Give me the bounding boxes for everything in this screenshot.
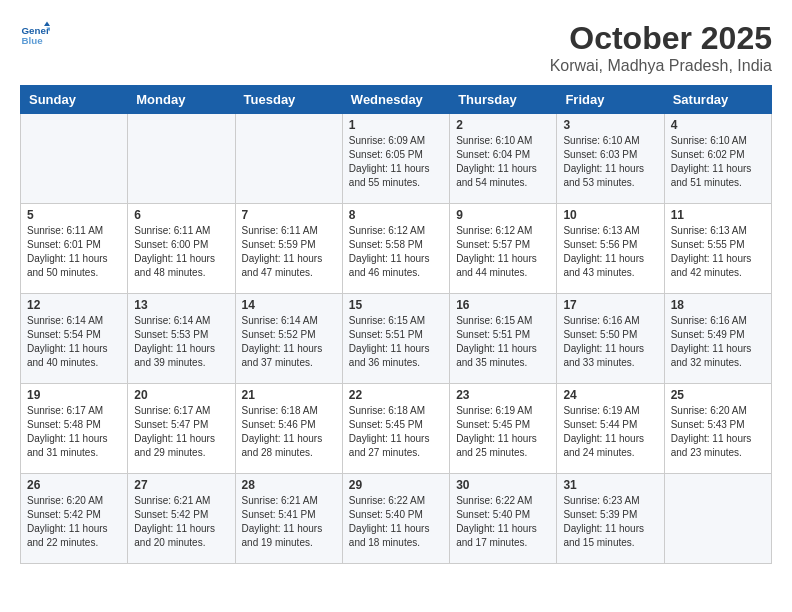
day-info: Sunrise: 6:12 AM Sunset: 5:57 PM Dayligh… xyxy=(456,224,550,280)
svg-marker-2 xyxy=(44,22,50,27)
day-cell: 27Sunrise: 6:21 AM Sunset: 5:42 PM Dayli… xyxy=(128,474,235,564)
day-number: 3 xyxy=(563,118,657,132)
day-info: Sunrise: 6:10 AM Sunset: 6:02 PM Dayligh… xyxy=(671,134,765,190)
day-info: Sunrise: 6:11 AM Sunset: 6:00 PM Dayligh… xyxy=(134,224,228,280)
day-cell xyxy=(21,114,128,204)
day-cell xyxy=(235,114,342,204)
day-info: Sunrise: 6:18 AM Sunset: 5:46 PM Dayligh… xyxy=(242,404,336,460)
header-cell-friday: Friday xyxy=(557,86,664,114)
day-number: 24 xyxy=(563,388,657,402)
day-cell: 1Sunrise: 6:09 AM Sunset: 6:05 PM Daylig… xyxy=(342,114,449,204)
header: General Blue General Blue October 2025 K… xyxy=(20,20,772,75)
day-info: Sunrise: 6:19 AM Sunset: 5:45 PM Dayligh… xyxy=(456,404,550,460)
day-number: 9 xyxy=(456,208,550,222)
day-number: 28 xyxy=(242,478,336,492)
day-cell: 11Sunrise: 6:13 AM Sunset: 5:55 PM Dayli… xyxy=(664,204,771,294)
header-cell-tuesday: Tuesday xyxy=(235,86,342,114)
day-number: 21 xyxy=(242,388,336,402)
day-cell: 20Sunrise: 6:17 AM Sunset: 5:47 PM Dayli… xyxy=(128,384,235,474)
day-number: 15 xyxy=(349,298,443,312)
day-number: 4 xyxy=(671,118,765,132)
day-info: Sunrise: 6:16 AM Sunset: 5:50 PM Dayligh… xyxy=(563,314,657,370)
day-number: 22 xyxy=(349,388,443,402)
day-info: Sunrise: 6:12 AM Sunset: 5:58 PM Dayligh… xyxy=(349,224,443,280)
day-number: 23 xyxy=(456,388,550,402)
day-cell: 15Sunrise: 6:15 AM Sunset: 5:51 PM Dayli… xyxy=(342,294,449,384)
week-row-2: 5Sunrise: 6:11 AM Sunset: 6:01 PM Daylig… xyxy=(21,204,772,294)
svg-text:Blue: Blue xyxy=(22,35,44,46)
day-info: Sunrise: 6:15 AM Sunset: 5:51 PM Dayligh… xyxy=(456,314,550,370)
day-info: Sunrise: 6:17 AM Sunset: 5:47 PM Dayligh… xyxy=(134,404,228,460)
day-number: 19 xyxy=(27,388,121,402)
day-info: Sunrise: 6:16 AM Sunset: 5:49 PM Dayligh… xyxy=(671,314,765,370)
header-cell-wednesday: Wednesday xyxy=(342,86,449,114)
day-info: Sunrise: 6:21 AM Sunset: 5:41 PM Dayligh… xyxy=(242,494,336,550)
day-number: 12 xyxy=(27,298,121,312)
day-number: 1 xyxy=(349,118,443,132)
day-info: Sunrise: 6:22 AM Sunset: 5:40 PM Dayligh… xyxy=(456,494,550,550)
day-cell xyxy=(128,114,235,204)
day-number: 30 xyxy=(456,478,550,492)
week-row-1: 1Sunrise: 6:09 AM Sunset: 6:05 PM Daylig… xyxy=(21,114,772,204)
day-number: 2 xyxy=(456,118,550,132)
calendar-table: SundayMondayTuesdayWednesdayThursdayFrid… xyxy=(20,85,772,564)
day-info: Sunrise: 6:17 AM Sunset: 5:48 PM Dayligh… xyxy=(27,404,121,460)
header-cell-sunday: Sunday xyxy=(21,86,128,114)
day-cell: 6Sunrise: 6:11 AM Sunset: 6:00 PM Daylig… xyxy=(128,204,235,294)
day-cell: 2Sunrise: 6:10 AM Sunset: 6:04 PM Daylig… xyxy=(450,114,557,204)
day-cell: 4Sunrise: 6:10 AM Sunset: 6:02 PM Daylig… xyxy=(664,114,771,204)
day-info: Sunrise: 6:19 AM Sunset: 5:44 PM Dayligh… xyxy=(563,404,657,460)
day-info: Sunrise: 6:13 AM Sunset: 5:56 PM Dayligh… xyxy=(563,224,657,280)
day-info: Sunrise: 6:23 AM Sunset: 5:39 PM Dayligh… xyxy=(563,494,657,550)
calendar-title: October 2025 xyxy=(550,20,772,57)
svg-text:General: General xyxy=(22,25,51,36)
logo-icon: General Blue xyxy=(20,20,50,50)
day-cell: 30Sunrise: 6:22 AM Sunset: 5:40 PM Dayli… xyxy=(450,474,557,564)
day-number: 11 xyxy=(671,208,765,222)
day-number: 10 xyxy=(563,208,657,222)
logo: General Blue General Blue xyxy=(20,20,50,50)
day-cell: 26Sunrise: 6:20 AM Sunset: 5:42 PM Dayli… xyxy=(21,474,128,564)
week-row-5: 26Sunrise: 6:20 AM Sunset: 5:42 PM Dayli… xyxy=(21,474,772,564)
day-info: Sunrise: 6:11 AM Sunset: 5:59 PM Dayligh… xyxy=(242,224,336,280)
day-number: 14 xyxy=(242,298,336,312)
day-cell: 25Sunrise: 6:20 AM Sunset: 5:43 PM Dayli… xyxy=(664,384,771,474)
day-cell xyxy=(664,474,771,564)
day-cell: 10Sunrise: 6:13 AM Sunset: 5:56 PM Dayli… xyxy=(557,204,664,294)
title-area: October 2025 Korwai, Madhya Pradesh, Ind… xyxy=(550,20,772,75)
day-info: Sunrise: 6:14 AM Sunset: 5:53 PM Dayligh… xyxy=(134,314,228,370)
day-cell: 23Sunrise: 6:19 AM Sunset: 5:45 PM Dayli… xyxy=(450,384,557,474)
day-cell: 7Sunrise: 6:11 AM Sunset: 5:59 PM Daylig… xyxy=(235,204,342,294)
day-info: Sunrise: 6:20 AM Sunset: 5:43 PM Dayligh… xyxy=(671,404,765,460)
day-cell: 8Sunrise: 6:12 AM Sunset: 5:58 PM Daylig… xyxy=(342,204,449,294)
calendar-subtitle: Korwai, Madhya Pradesh, India xyxy=(550,57,772,75)
day-info: Sunrise: 6:21 AM Sunset: 5:42 PM Dayligh… xyxy=(134,494,228,550)
day-cell: 13Sunrise: 6:14 AM Sunset: 5:53 PM Dayli… xyxy=(128,294,235,384)
day-info: Sunrise: 6:11 AM Sunset: 6:01 PM Dayligh… xyxy=(27,224,121,280)
day-cell: 28Sunrise: 6:21 AM Sunset: 5:41 PM Dayli… xyxy=(235,474,342,564)
day-info: Sunrise: 6:14 AM Sunset: 5:52 PM Dayligh… xyxy=(242,314,336,370)
day-info: Sunrise: 6:13 AM Sunset: 5:55 PM Dayligh… xyxy=(671,224,765,280)
day-number: 8 xyxy=(349,208,443,222)
week-row-4: 19Sunrise: 6:17 AM Sunset: 5:48 PM Dayli… xyxy=(21,384,772,474)
day-cell: 29Sunrise: 6:22 AM Sunset: 5:40 PM Dayli… xyxy=(342,474,449,564)
day-number: 25 xyxy=(671,388,765,402)
day-number: 13 xyxy=(134,298,228,312)
header-cell-thursday: Thursday xyxy=(450,86,557,114)
week-row-3: 12Sunrise: 6:14 AM Sunset: 5:54 PM Dayli… xyxy=(21,294,772,384)
day-number: 29 xyxy=(349,478,443,492)
day-cell: 16Sunrise: 6:15 AM Sunset: 5:51 PM Dayli… xyxy=(450,294,557,384)
day-cell: 24Sunrise: 6:19 AM Sunset: 5:44 PM Dayli… xyxy=(557,384,664,474)
day-info: Sunrise: 6:20 AM Sunset: 5:42 PM Dayligh… xyxy=(27,494,121,550)
day-cell: 14Sunrise: 6:14 AM Sunset: 5:52 PM Dayli… xyxy=(235,294,342,384)
day-cell: 21Sunrise: 6:18 AM Sunset: 5:46 PM Dayli… xyxy=(235,384,342,474)
day-info: Sunrise: 6:18 AM Sunset: 5:45 PM Dayligh… xyxy=(349,404,443,460)
day-info: Sunrise: 6:10 AM Sunset: 6:03 PM Dayligh… xyxy=(563,134,657,190)
day-info: Sunrise: 6:22 AM Sunset: 5:40 PM Dayligh… xyxy=(349,494,443,550)
day-cell: 17Sunrise: 6:16 AM Sunset: 5:50 PM Dayli… xyxy=(557,294,664,384)
day-cell: 3Sunrise: 6:10 AM Sunset: 6:03 PM Daylig… xyxy=(557,114,664,204)
day-cell: 9Sunrise: 6:12 AM Sunset: 5:57 PM Daylig… xyxy=(450,204,557,294)
day-info: Sunrise: 6:10 AM Sunset: 6:04 PM Dayligh… xyxy=(456,134,550,190)
day-number: 27 xyxy=(134,478,228,492)
day-number: 16 xyxy=(456,298,550,312)
